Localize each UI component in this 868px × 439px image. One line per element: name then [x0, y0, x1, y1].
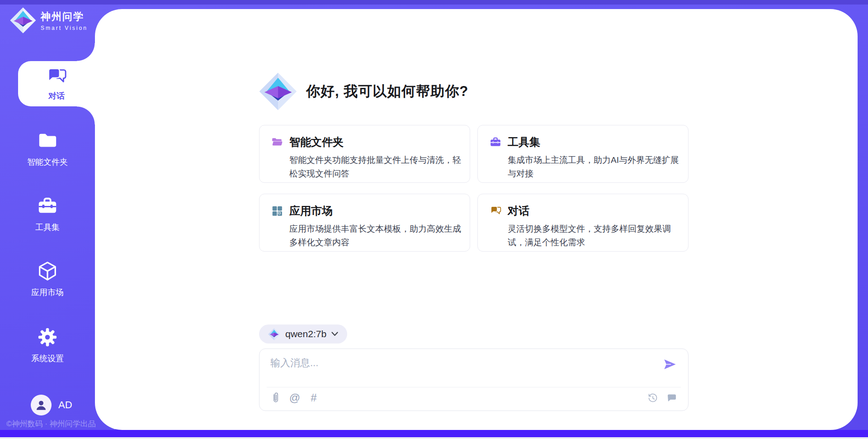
card-description: 应用市场提供丰富长文本模板，助力高效生成多样化文章内容 [289, 222, 463, 249]
brand-diamond-icon [10, 7, 36, 33]
sidebar-item-label: 对话 [48, 91, 65, 101]
main-panel: 你好, 我可以如何帮助你? 智能文件夹 智能文件夹功能支持批量文件上传与清洗，轻… [95, 9, 858, 430]
user-profile[interactable]: AD [31, 395, 72, 415]
chevron-down-icon [331, 332, 338, 336]
briefcase-icon [37, 196, 58, 216]
card-toolset[interactable]: 工具集 集成市场上主流工具，助力AI与外界无缝扩展与对接 [477, 125, 689, 183]
sidebar-item-label: 应用市场 [31, 287, 64, 298]
history-clock-icon [647, 392, 658, 404]
card-app-market[interactable]: 应用市场 应用市场提供丰富长文本模板，助力高效生成多样化文章内容 [259, 194, 470, 252]
brand-diamond-icon [259, 72, 297, 111]
cube-icon [37, 261, 58, 282]
gear-icon [37, 327, 58, 348]
model-name: qwen2:7b [285, 329, 326, 339]
model-selector[interactable]: qwen2:7b [259, 324, 347, 344]
sidebar-item-app-market[interactable]: 应用市场 [0, 261, 95, 298]
copyright-text: ©神州数码 · 神州问学出品 [6, 419, 96, 429]
greeting: 你好, 我可以如何帮助你? [259, 72, 468, 111]
card-title: 对话 [508, 204, 529, 218]
composer-divider [267, 387, 681, 387]
briefcase-icon [490, 136, 501, 148]
folder-open-icon [271, 136, 283, 148]
chat-bubble-icon [666, 392, 677, 403]
attach-button[interactable] [270, 392, 281, 404]
message-composer: @ # [259, 348, 689, 411]
sidebar-item-smart-folder[interactable]: 智能文件夹 [0, 130, 95, 167]
chat-icon [46, 66, 67, 87]
sidebar-item-label: 系统设置 [31, 353, 64, 364]
brand-subtitle: Smart Vision [41, 25, 88, 31]
person-icon [34, 398, 48, 412]
paperclip-icon [271, 392, 281, 404]
top-strip [0, 0, 868, 5]
card-smart-folder[interactable]: 智能文件夹 智能文件夹功能支持批量文件上传与清洗，轻松实现文件问答 [259, 125, 470, 183]
bottom-edge [0, 437, 868, 439]
quick-chat-button[interactable] [666, 392, 677, 404]
card-title: 应用市场 [289, 204, 333, 218]
hashtag-button[interactable]: # [308, 392, 319, 404]
sidebar-item-label: 智能文件夹 [27, 157, 68, 167]
sidebar-item-settings[interactable]: 系统设置 [0, 327, 95, 364]
grid-icon [271, 205, 283, 217]
chat-icon [490, 205, 501, 217]
bottom-accent-band [0, 430, 868, 437]
card-chat[interactable]: 对话 灵活切换多模型文件，支持多样回复效果调试，满足个性化需求 [477, 194, 689, 252]
model-diamond-icon [268, 328, 280, 340]
card-title: 工具集 [508, 135, 540, 149]
sidebar-item-label: 工具集 [35, 222, 60, 233]
card-description: 集成市场上主流工具，助力AI与外界无缝扩展与对接 [508, 153, 682, 181]
mention-button[interactable]: @ [289, 392, 300, 404]
feature-cards: 智能文件夹 智能文件夹功能支持批量文件上传与清洗，轻松实现文件问答 [259, 125, 689, 252]
sidebar: 神州问学 Smart Vision 对话 智能文件夹 [0, 0, 95, 439]
message-input[interactable] [270, 356, 650, 383]
avatar [31, 395, 52, 415]
greeting-text: 你好, 我可以如何帮助你? [306, 82, 468, 101]
card-title: 智能文件夹 [289, 135, 344, 149]
brand-logo: 神州问学 Smart Vision [10, 7, 88, 33]
app-window: 你好, 我可以如何帮助你? 智能文件夹 智能文件夹功能支持批量文件上传与清洗，轻… [0, 0, 868, 439]
user-initials: AD [58, 399, 72, 411]
card-description: 智能文件夹功能支持批量文件上传与清洗，轻松实现文件问答 [289, 153, 463, 181]
card-description: 灵活切换多模型文件，支持多样回复效果调试，满足个性化需求 [508, 222, 682, 249]
send-icon[interactable] [663, 357, 677, 372]
folder-icon [37, 130, 58, 151]
sidebar-item-toolset[interactable]: 工具集 [0, 196, 95, 233]
history-button[interactable] [647, 392, 658, 404]
brand-name: 神州问学 [41, 10, 88, 24]
sidebar-item-chat[interactable]: 对话 [18, 61, 95, 106]
